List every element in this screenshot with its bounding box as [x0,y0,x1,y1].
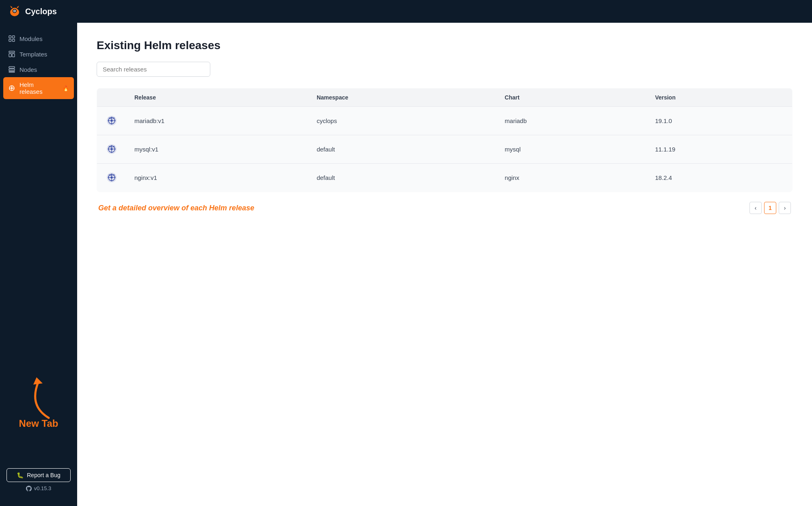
svg-point-51 [114,177,116,178]
row-version: 19.1.0 [647,107,792,135]
table-header: Release Namespace Chart Version [97,89,793,107]
version-display: v0.15.3 [26,485,52,491]
svg-point-28 [111,117,112,118]
github-icon [26,486,32,491]
logo-area: Cyclops [8,5,57,18]
svg-point-39 [111,152,112,153]
version-text: v0.15.3 [34,485,52,491]
svg-rect-9 [9,39,11,42]
svg-marker-6 [17,6,19,8]
helm-releases-label: Helm releases [19,81,57,95]
sidebar-item-nodes[interactable]: Nodes [0,62,77,77]
helm-release-icon: HELM [105,171,118,184]
nodes-label: Nodes [19,66,37,73]
cyclops-logo-icon [8,5,21,18]
svg-point-48 [111,174,112,175]
table-row[interactable]: HELM mysql:v1 [97,135,793,164]
table-row[interactable]: HELM nginx:v1 [97,164,793,192]
svg-rect-13 [12,54,15,57]
svg-rect-10 [13,39,15,42]
col-namespace: Namespace [309,89,497,107]
svg-point-30 [108,120,109,121]
templates-label: Templates [19,51,47,58]
helm-releases-badge: 🔥 [63,85,69,91]
page-1-button[interactable]: 1 [764,202,776,214]
svg-point-29 [111,123,112,125]
col-icon [97,89,127,107]
svg-rect-12 [9,54,11,57]
svg-point-31 [114,120,116,121]
row-chart: nginx [497,164,647,192]
topbar: Cyclops [0,0,812,23]
page-title: Existing Helm releases [97,39,793,52]
app-name: Cyclops [25,7,57,16]
svg-point-40 [108,149,109,150]
app-layout: Modules Templates [0,23,812,506]
prev-page-button[interactable]: ‹ [749,202,762,214]
row-version: 11.1.19 [647,135,792,164]
row-release: nginx:v1 [126,164,309,192]
sidebar-item-modules[interactable]: Modules [0,31,77,46]
table-body: HELM mariadb:v1 [97,107,793,192]
svg-point-27 [111,120,113,122]
report-bug-label: Report a Bug [27,472,60,478]
row-namespace: default [309,135,497,164]
row-namespace: default [309,164,497,192]
releases-table: Release Namespace Chart Version HELM [97,88,793,192]
template-icon [8,50,15,58]
search-releases-input[interactable] [97,62,210,77]
sidebar-bottom: 🐛 Report a Bug v0.15.3 [0,462,77,498]
row-icon-cell: HELM [97,135,127,164]
svg-point-41 [114,149,116,150]
row-chart: mysql [497,135,647,164]
svg-point-38 [111,145,112,147]
row-release: mariadb:v1 [126,107,309,135]
svg-rect-16 [9,71,15,72]
col-chart: Chart [497,89,647,107]
svg-point-4 [14,11,15,12]
helm-release-icon: HELM [105,114,118,127]
svg-point-20 [11,87,13,89]
grid-icon [8,35,15,42]
svg-marker-5 [10,6,13,8]
svg-point-47 [111,177,113,179]
row-release: mysql:v1 [126,135,309,164]
table-row[interactable]: HELM mariadb:v1 [97,107,793,135]
row-chart: mariadb [497,107,647,135]
modules-label: Modules [19,35,43,42]
svg-rect-11 [9,51,15,53]
report-bug-button[interactable]: 🐛 Report a Bug [6,468,71,482]
svg-rect-7 [9,36,11,38]
sidebar-item-templates[interactable]: Templates [0,46,77,62]
sidebar: Modules Templates [0,23,77,506]
row-icon-cell: HELM [97,164,127,192]
svg-rect-8 [13,36,15,38]
nodes-icon [8,66,15,73]
sidebar-item-helm-releases[interactable]: Helm releases 🔥 [3,77,74,99]
helm-active-icon [8,84,15,92]
pagination-area: Get a detailed overview of each Helm rel… [97,202,793,214]
svg-point-50 [108,177,109,178]
col-release: Release [126,89,309,107]
sidebar-nav: Modules Templates [0,31,77,397]
bug-icon: 🐛 [17,472,24,478]
svg-point-49 [111,180,112,182]
svg-rect-14 [9,67,15,68]
row-namespace: cyclops [309,107,497,135]
col-version: Version [647,89,792,107]
main-content: Existing Helm releases Release Namespace… [77,23,812,506]
overview-text: Get a detailed overview of each Helm rel… [98,204,254,212]
row-icon-cell: HELM [97,107,127,135]
next-page-button[interactable]: › [779,202,791,214]
svg-rect-15 [9,69,15,71]
row-version: 18.2.4 [647,164,792,192]
helm-release-icon: HELM [105,143,118,156]
pagination-controls: ‹ 1 › [749,202,791,214]
svg-point-37 [111,148,113,150]
